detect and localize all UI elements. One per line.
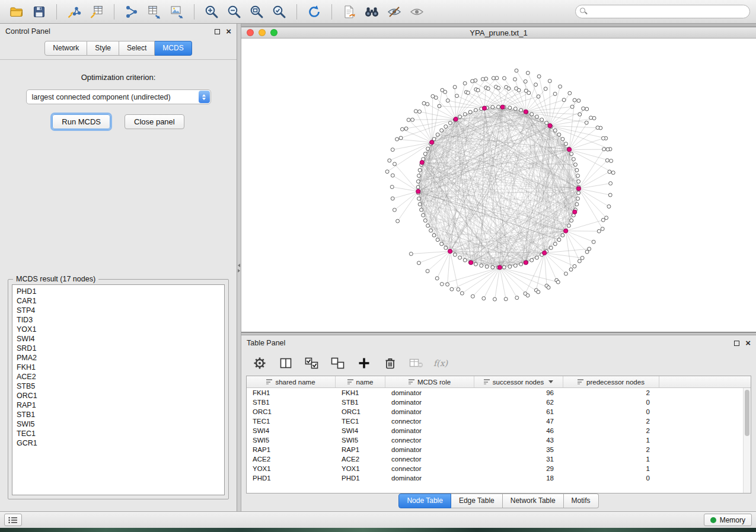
table-scrollbar[interactable] bbox=[743, 388, 751, 493]
column-header-shared-name[interactable]: shared name bbox=[247, 376, 336, 387]
find-binoculars-button[interactable] bbox=[361, 3, 382, 21]
mcds-result-item[interactable]: SRD1 bbox=[17, 344, 220, 353]
table-cell: SWI4 bbox=[247, 426, 336, 435]
tab-style[interactable]: Style bbox=[87, 41, 119, 56]
mcds-result-item[interactable]: ACE2 bbox=[17, 372, 220, 382]
table-row[interactable]: RAP1RAP1dominator352 bbox=[247, 445, 751, 454]
splitter-handle-icon[interactable] bbox=[238, 264, 240, 273]
sort-icon[interactable] bbox=[578, 379, 583, 384]
export-table-button[interactable] bbox=[143, 3, 165, 21]
minimize-window-light[interactable] bbox=[259, 29, 266, 36]
tab-edge-table[interactable]: Edge Table bbox=[451, 493, 503, 508]
export-image-button[interactable] bbox=[166, 3, 187, 21]
network-canvas[interactable] bbox=[241, 39, 756, 332]
table-row[interactable]: YOX1YOX1connector291 bbox=[247, 464, 751, 473]
mcds-result-item[interactable]: STB5 bbox=[17, 382, 220, 391]
zoom-selected-button[interactable] bbox=[269, 3, 290, 21]
table-row[interactable]: STB1STB1dominator620 bbox=[247, 398, 751, 407]
mcds-result-item[interactable]: PMA2 bbox=[17, 353, 220, 363]
zoom-out-button[interactable] bbox=[224, 3, 245, 21]
column-header-name[interactable]: name bbox=[336, 376, 385, 387]
mcds-result-item[interactable]: SWI5 bbox=[17, 419, 220, 429]
float-table-panel-icon[interactable] bbox=[734, 341, 739, 346]
zoom-fit-button[interactable] bbox=[246, 3, 267, 21]
tab-node-table[interactable]: Node Table bbox=[398, 493, 451, 508]
table-scrollbar-thumb[interactable] bbox=[745, 390, 749, 436]
control-panel: Control Panel × NetworkStyleSelectMCDS O… bbox=[0, 24, 237, 511]
table-settings-button[interactable] bbox=[250, 354, 270, 373]
mcds-result-item[interactable]: GCR1 bbox=[17, 438, 220, 448]
deselect-all-button[interactable] bbox=[328, 354, 348, 373]
save-session-button[interactable] bbox=[28, 3, 50, 21]
mcds-result-item[interactable]: RAP1 bbox=[17, 400, 220, 410]
refresh-view-button[interactable] bbox=[304, 3, 325, 21]
optimization-criterion-dropdown[interactable]: largest connected component (undirected) bbox=[26, 89, 211, 104]
mcds-result-item[interactable]: TID3 bbox=[17, 315, 220, 325]
mcds-result-item[interactable]: STP4 bbox=[17, 306, 220, 315]
export-document-button[interactable] bbox=[339, 3, 360, 21]
sort-icon[interactable] bbox=[484, 379, 490, 384]
table-row[interactable]: PHD1PHD1dominator180 bbox=[247, 473, 751, 483]
close-window-light[interactable] bbox=[247, 29, 254, 36]
vertical-splitter[interactable] bbox=[237, 24, 241, 511]
delete-table-button[interactable] bbox=[406, 354, 426, 373]
column-label: MCDS role bbox=[417, 379, 451, 386]
mcds-result-item[interactable]: FKH1 bbox=[17, 363, 220, 372]
tab-network[interactable]: Network bbox=[44, 41, 87, 56]
column-header-mcds-role[interactable]: MCDS role bbox=[385, 376, 474, 387]
svg-text:f(x): f(x) bbox=[433, 358, 449, 368]
search-wrap bbox=[575, 5, 750, 18]
table-row[interactable]: SWI4SWI4dominator462 bbox=[247, 426, 751, 435]
sort-icon[interactable] bbox=[266, 379, 272, 384]
dropdown-value: largest connected component (undirected) bbox=[32, 93, 171, 101]
mcds-result-list[interactable]: PHD1CAR1STP4TID3YOX1SWI4SRD1PMA2FKH1ACE2… bbox=[12, 284, 225, 495]
tab-select[interactable]: Select bbox=[119, 41, 155, 56]
hide-graphics-details-button[interactable] bbox=[384, 3, 405, 21]
memory-button[interactable]: Memory bbox=[704, 514, 752, 526]
table-cell: TEC1 bbox=[247, 416, 336, 426]
delete-row-button[interactable] bbox=[380, 354, 400, 373]
mcds-result-item[interactable]: TEC1 bbox=[17, 429, 220, 438]
mcds-result-item[interactable]: ORC1 bbox=[17, 391, 220, 400]
mcds-result-item[interactable]: YOX1 bbox=[17, 325, 220, 334]
close-panel-button[interactable]: Close panel bbox=[125, 114, 184, 129]
network-window-titlebar[interactable]: YPA_prune.txt_1 bbox=[241, 27, 756, 39]
column-label: shared name bbox=[275, 379, 315, 386]
show-graphics-details-button[interactable] bbox=[406, 3, 428, 21]
float-panel-icon[interactable] bbox=[215, 29, 220, 34]
table-row[interactable]: ORC1ORC1dominator610 bbox=[247, 407, 751, 416]
column-layout-button[interactable] bbox=[276, 354, 296, 373]
table-cell: 0 bbox=[563, 398, 659, 407]
search-input[interactable] bbox=[575, 5, 750, 18]
column-header-predecessor-nodes[interactable]: predecessor nodes bbox=[563, 376, 659, 387]
mcds-result-item[interactable]: CAR1 bbox=[17, 296, 220, 306]
export-network-button[interactable] bbox=[121, 3, 142, 21]
close-table-panel-icon[interactable]: × bbox=[745, 339, 751, 347]
mcds-result-item[interactable]: STB1 bbox=[17, 410, 220, 419]
status-menu-button[interactable] bbox=[4, 514, 22, 526]
run-mcds-button[interactable]: Run MCDS bbox=[52, 114, 110, 129]
sort-icon[interactable] bbox=[347, 379, 353, 384]
function-builder-button[interactable]: f(x) bbox=[432, 354, 452, 373]
column-header-successor-nodes[interactable]: successor nodes bbox=[474, 376, 563, 387]
tab-mcds[interactable]: MCDS bbox=[155, 41, 192, 56]
add-row-button[interactable] bbox=[354, 354, 374, 373]
table-row[interactable]: SWI5SWI5connector431 bbox=[247, 435, 751, 445]
sort-direction-icon[interactable] bbox=[548, 380, 553, 383]
zoom-in-button[interactable] bbox=[201, 3, 222, 21]
sort-icon[interactable] bbox=[409, 379, 414, 384]
select-all-button[interactable] bbox=[302, 354, 322, 373]
tab-motifs[interactable]: Motifs bbox=[564, 493, 599, 508]
tab-network-table[interactable]: Network Table bbox=[503, 493, 564, 508]
mcds-result-item[interactable]: PHD1 bbox=[17, 287, 220, 296]
import-network-button[interactable] bbox=[63, 3, 85, 21]
column-header-filler bbox=[659, 376, 751, 387]
zoom-window-light[interactable] bbox=[270, 29, 277, 36]
close-panel-icon[interactable]: × bbox=[226, 28, 231, 35]
import-table-button[interactable] bbox=[86, 3, 107, 21]
mcds-result-item[interactable]: SWI4 bbox=[17, 334, 220, 344]
table-row[interactable]: ACE2ACE2connector311 bbox=[247, 454, 751, 464]
table-row[interactable]: TEC1TEC1connector472 bbox=[247, 416, 751, 426]
open-session-button[interactable] bbox=[6, 3, 27, 21]
table-row[interactable]: FKH1FKH1dominator962 bbox=[247, 388, 751, 398]
